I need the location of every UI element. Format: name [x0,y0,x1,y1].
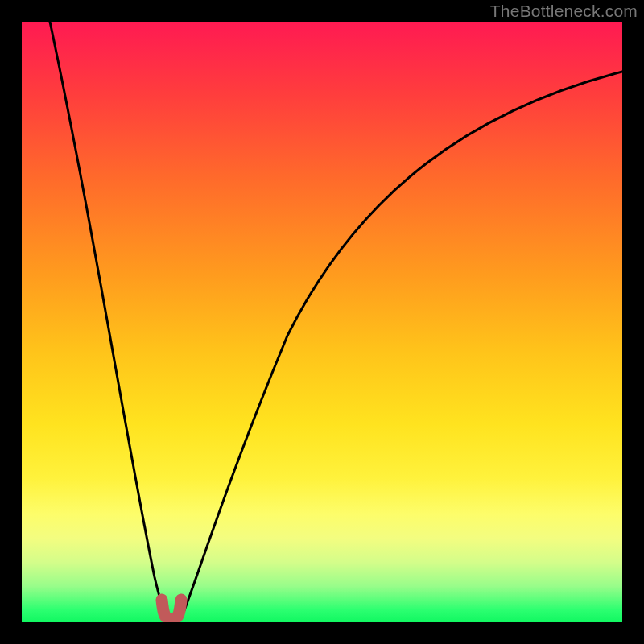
chart-frame: TheBottleneck.com [0,0,644,644]
chart-curves-svg [22,22,622,622]
right-rising-curve [183,72,622,614]
watermark-text: TheBottleneck.com [490,2,638,21]
left-falling-curve [50,22,167,616]
trough-marker [162,600,181,619]
